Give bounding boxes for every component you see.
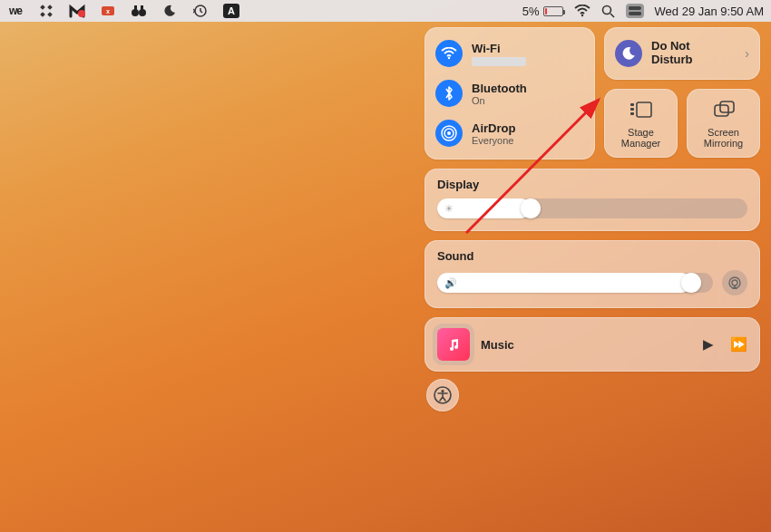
music-app-icon — [437, 328, 470, 361]
bluetooth-status: On — [472, 95, 527, 106]
binoculars-icon[interactable] — [131, 3, 147, 19]
svg-rect-22 — [630, 112, 634, 115]
svg-rect-0 — [40, 5, 45, 10]
svg-rect-20 — [630, 103, 634, 106]
svg-point-7 — [132, 9, 139, 16]
svg-rect-21 — [630, 108, 634, 111]
bluetooth-label: Bluetooth — [472, 82, 527, 95]
battery-percent-label: 5% — [522, 5, 540, 18]
xvnc-icon[interactable]: x — [100, 3, 116, 19]
spotlight-icon[interactable] — [601, 5, 615, 18]
forward-button[interactable]: ⏩ — [730, 336, 747, 353]
sound-label: Sound — [437, 249, 747, 263]
svg-rect-1 — [47, 5, 53, 10]
input-source-icon[interactable]: A — [223, 4, 239, 18]
audio-output-button[interactable] — [722, 270, 747, 295]
bluetooth-toggle[interactable]: Bluetooth On — [435, 76, 584, 111]
do-not-disturb-tile[interactable]: Do Not Disturb › — [604, 27, 760, 80]
svg-rect-24 — [720, 102, 734, 112]
moon-icon — [615, 40, 642, 67]
svg-point-16 — [447, 131, 451, 135]
stage-manager-icon — [629, 98, 653, 121]
stage-manager-label: Stage Manager — [621, 127, 660, 149]
svg-point-26 — [732, 280, 737, 285]
display-tile: Display ☀ — [425, 169, 760, 231]
app-icon[interactable] — [38, 3, 54, 19]
menubar-left: we x A — [7, 3, 239, 19]
malwarebytes-icon[interactable] — [69, 3, 85, 19]
display-brightness-slider[interactable]: ☀ — [437, 198, 747, 218]
music-tile[interactable]: Music ▶ ⏩ — [425, 317, 760, 372]
sound-volume-slider[interactable]: 🔊 — [437, 273, 713, 293]
svg-rect-2 — [40, 12, 45, 17]
menubar: we x A 5% — [0, 0, 771, 22]
wifi-toggle[interactable]: Wi-Fi — [435, 36, 584, 71]
time-machine-icon[interactable] — [192, 3, 209, 19]
airdrop-status: Everyone — [472, 135, 515, 146]
screen-mirroring-tile[interactable]: Screen Mirroring — [687, 89, 760, 158]
screen-mirroring-label: Screen Mirroring — [704, 127, 743, 149]
wifi-icon[interactable] — [574, 5, 590, 17]
control-center-panel: Wi-Fi Bluetooth On AirDrop — [425, 27, 760, 411]
datetime-label[interactable]: Wed 29 Jan 9:50 AM — [655, 5, 764, 18]
play-button[interactable]: ▶ — [703, 336, 714, 353]
control-center-icon[interactable] — [626, 4, 644, 18]
svg-point-13 — [602, 5, 610, 14]
menubar-right: 5% Wed 29 Jan 9:50 AM — [522, 4, 764, 18]
music-label: Music — [481, 338, 692, 352]
svg-rect-9 — [134, 5, 137, 10]
airdrop-icon — [435, 120, 463, 147]
bluetooth-icon — [435, 80, 463, 107]
accessibility-icon — [434, 386, 452, 404]
accessibility-shortcuts-button[interactable] — [426, 379, 459, 411]
svg-rect-23 — [715, 105, 728, 116]
speaker-icon: 🔊 — [444, 277, 457, 289]
svg-point-28 — [441, 390, 444, 392]
svg-point-12 — [581, 15, 582, 16]
screen-mirroring-icon — [712, 98, 736, 121]
svg-rect-3 — [47, 12, 53, 17]
airdrop-label: AirDrop — [472, 121, 515, 135]
svg-line-14 — [610, 14, 614, 17]
svg-point-15 — [448, 57, 450, 59]
dnd-label: Do Not Disturb — [651, 40, 736, 67]
connectivity-tile: Wi-Fi Bluetooth On AirDrop — [425, 27, 595, 160]
airdrop-toggle[interactable]: AirDrop Everyone — [435, 116, 584, 150]
wifi-network-name — [472, 57, 526, 66]
battery-status[interactable]: 5% — [522, 5, 563, 18]
moon-icon[interactable] — [161, 3, 178, 19]
chevron-right-icon: › — [745, 46, 749, 61]
wifi-icon — [435, 40, 463, 67]
sound-tile: Sound 🔊 — [425, 240, 760, 308]
svg-point-4 — [78, 10, 85, 17]
display-label: Display — [437, 178, 747, 191]
svg-point-8 — [139, 9, 146, 16]
svg-rect-19 — [637, 102, 651, 117]
stage-manager-tile[interactable]: Stage Manager — [604, 89, 678, 158]
wetransfer-icon[interactable]: we — [7, 3, 24, 19]
battery-icon — [543, 6, 563, 16]
airplay-audio-icon — [727, 276, 742, 290]
svg-rect-10 — [141, 5, 143, 10]
wifi-label: Wi-Fi — [472, 42, 526, 55]
sun-icon: ☀ — [444, 203, 454, 215]
svg-text:x: x — [106, 8, 110, 15]
